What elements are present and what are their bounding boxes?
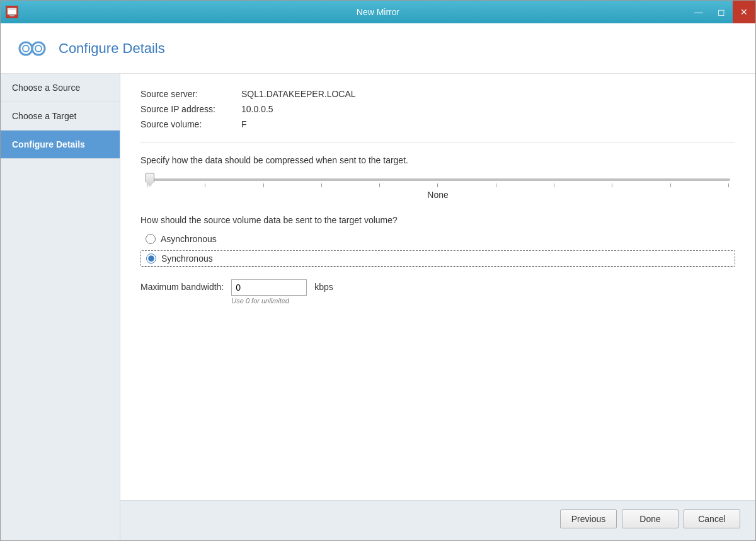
async-radio[interactable]: [146, 234, 156, 244]
window-title: New Mirror: [357, 7, 399, 17]
compression-slider[interactable]: [146, 178, 730, 181]
source-server-row: Source server: SQL1.DATAKEEPER.LOCAL: [140, 89, 735, 99]
main-panel: Source server: SQL1.DATAKEEPER.LOCAL Sou…: [120, 74, 755, 540]
svg-rect-1: [8, 8, 16, 10]
async-label: Asynchronous: [161, 234, 217, 244]
bandwidth-input-wrap: Use 0 for unlimited: [231, 279, 307, 305]
app-icon: [6, 6, 18, 18]
bandwidth-label: Maximum bandwidth:: [140, 279, 224, 292]
svg-point-3: [20, 42, 32, 55]
sync-radio-group: Asynchronous Synchronous: [140, 231, 735, 267]
sync-section: How should the source volume data be sen…: [140, 215, 735, 267]
maximize-button[interactable]: ◻: [710, 1, 733, 23]
bandwidth-hint: Use 0 for unlimited: [231, 297, 307, 305]
source-volume-row: Source volume: F: [140, 119, 735, 129]
source-ip-row: Source IP address: 10.0.0.5: [140, 104, 735, 114]
source-volume-label: Source volume:: [140, 119, 241, 129]
footer: Previous Done Cancel: [120, 500, 755, 540]
bandwidth-unit: kbps: [314, 279, 333, 292]
svg-point-5: [23, 45, 29, 52]
bandwidth-section: Maximum bandwidth: Use 0 for unlimited k…: [140, 279, 735, 305]
divider-1: [140, 142, 735, 143]
content-area: Choose a Source Choose a Target Configur…: [1, 74, 755, 540]
source-ip-label: Source IP address:: [140, 104, 241, 114]
window-controls: — ◻ ✕: [687, 1, 755, 23]
sidebar-item-configure-details[interactable]: Configure Details: [1, 131, 120, 159]
source-volume-value: F: [241, 119, 247, 129]
page-title: Configure Details: [59, 40, 165, 57]
svg-point-6: [35, 45, 42, 52]
source-server-label: Source server:: [140, 89, 241, 99]
sidebar: Choose a Source Choose a Target Configur…: [1, 74, 120, 540]
done-button[interactable]: Done: [622, 509, 679, 528]
sidebar-item-choose-target[interactable]: Choose a Target: [1, 102, 120, 131]
close-button[interactable]: ✕: [733, 1, 755, 23]
minimize-button[interactable]: —: [687, 1, 710, 23]
source-server-value: SQL1.DATAKEEPER.LOCAL: [241, 89, 356, 99]
source-ip-value: 10.0.0.5: [241, 104, 273, 114]
sync-question: How should the source volume data be sen…: [140, 215, 735, 225]
sync-option[interactable]: Synchronous: [140, 250, 735, 267]
main-content: Source server: SQL1.DATAKEEPER.LOCAL Sou…: [120, 74, 755, 500]
sync-label: Synchronous: [161, 253, 213, 264]
sync-radio[interactable]: [146, 253, 156, 264]
window: New Mirror — ◻ ✕ Configure Details Choos…: [0, 0, 756, 541]
compression-section: Specify how the data should be compresse…: [140, 155, 735, 200]
cancel-button[interactable]: Cancel: [684, 509, 740, 528]
title-bar: New Mirror — ◻ ✕: [1, 1, 755, 23]
bandwidth-input[interactable]: [231, 279, 307, 296]
compression-value-label: None: [146, 190, 730, 200]
header-bar: Configure Details: [1, 23, 755, 74]
sidebar-item-choose-source[interactable]: Choose a Source: [1, 74, 120, 102]
configure-icon: [16, 32, 49, 65]
previous-button[interactable]: Previous: [560, 509, 617, 528]
async-option[interactable]: Asynchronous: [140, 231, 735, 247]
svg-point-4: [32, 42, 45, 55]
compression-description: Specify how the data should be compresse…: [140, 155, 735, 165]
